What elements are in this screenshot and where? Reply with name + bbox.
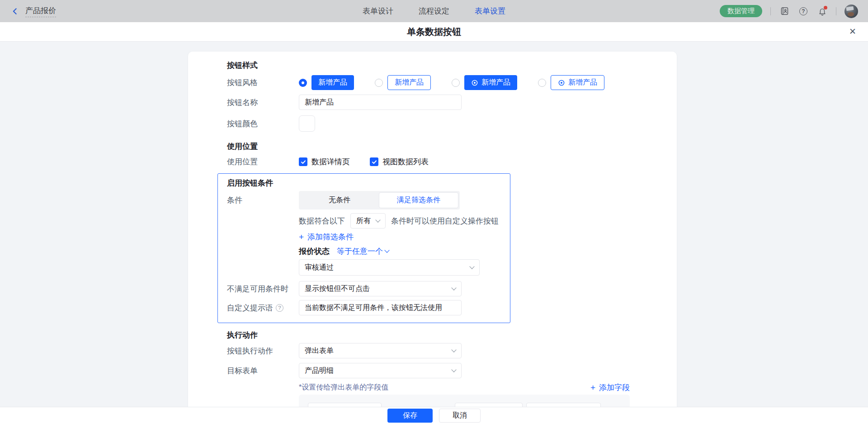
- filter-field-name: 报价状态: [299, 246, 330, 257]
- condition-label: 条件: [227, 195, 299, 205]
- unmet-condition-row: 不满足可用条件时 显示按钮但不可点击: [227, 281, 501, 296]
- checkbox-checked-icon[interactable]: [370, 157, 378, 166]
- cancel-button[interactable]: 取消: [439, 409, 481, 423]
- radio-outline[interactable]: [375, 79, 383, 87]
- section-button-style: 按钮样式: [227, 62, 677, 70]
- match-prefix-text: 数据符合以下: [299, 216, 345, 226]
- help-icon[interactable]: ?: [798, 6, 809, 17]
- topbar-divider: [770, 7, 771, 15]
- target-form-row: 目标表单 产品明细: [227, 363, 677, 378]
- filter-operator-value: 等于任意一个: [337, 246, 383, 257]
- button-style-row: 按钮风格 新增产品 新增产品 新增产品: [227, 75, 677, 90]
- add-field-label: 添加字段: [599, 382, 630, 393]
- match-mode-select[interactable]: 所有: [350, 213, 386, 229]
- usage-option-view-list[interactable]: 视图数据列表: [370, 157, 429, 167]
- usage-option-detail-page[interactable]: 数据详情页: [299, 157, 350, 167]
- preview-button-solid-icon[interactable]: 新增产品: [464, 75, 517, 90]
- preview-button-outline[interactable]: 新增产品: [387, 75, 431, 90]
- style-option-solid-icon: 新增产品: [452, 75, 517, 90]
- match-mode-value: 所有: [356, 216, 371, 226]
- style-option-solid: 新增产品: [299, 75, 354, 90]
- address-book-icon[interactable]: [779, 6, 790, 17]
- filter-value-select[interactable]: 审核通过: [299, 259, 480, 276]
- modal-footer: 保存 取消: [0, 407, 868, 424]
- app-screen: 产品报价 表单设计 流程设定 表单设置 数据管理 ?: [0, 0, 868, 424]
- unmet-behavior-select[interactable]: 显示按钮但不可点击: [299, 281, 462, 296]
- field-note-row: *设置传给弹出表单的字段值 + 添加字段: [299, 383, 630, 392]
- field-note-text: *设置传给弹出表单的字段值: [299, 383, 388, 392]
- plus-icon: +: [590, 384, 595, 391]
- checkbox-label: 数据详情页: [311, 157, 350, 167]
- radio-outline-icon[interactable]: [538, 79, 546, 87]
- topbar-tabs: 表单设计 流程设定 表单设置: [363, 6, 505, 16]
- filter-value-row: 审核通过: [299, 259, 501, 276]
- section-action: 执行动作: [227, 331, 677, 339]
- save-button[interactable]: 保存: [387, 409, 433, 423]
- button-name-label: 按钮名称: [227, 97, 299, 108]
- settings-card: 按钮样式 按钮风格 新增产品 新增产品: [188, 52, 677, 424]
- modal-body: 按钮样式 按钮风格 新增产品 新增产品: [0, 42, 868, 424]
- usage-label: 使用位置: [227, 157, 299, 167]
- target-form-label: 目标表单: [227, 366, 299, 376]
- action-select[interactable]: 弹出表单: [299, 343, 462, 358]
- action-value-text: 弹出表单: [305, 346, 334, 356]
- filter-value-text: 审核通过: [305, 263, 334, 272]
- filter-condition-row: 报价状态 等于任意一个: [299, 247, 501, 256]
- custom-tip-row: 自定义提示语 ? 当前数据不满足可用条件，该按钮无法使用: [227, 300, 501, 315]
- match-rule-row: 数据符合以下 所有 条件时可以使用自定义操作按钮: [299, 213, 501, 229]
- button-color-label: 按钮颜色: [227, 119, 299, 129]
- add-filter-label: 添加筛选条件: [307, 232, 354, 242]
- preview-label: 新增产品: [568, 78, 597, 87]
- action-row: 按钮执行动作 弹出表单: [227, 343, 677, 358]
- form-name-title[interactable]: 产品报价: [25, 5, 56, 17]
- button-name-input[interactable]: 新增产品: [299, 95, 462, 110]
- target-form-select[interactable]: 产品明细: [299, 363, 462, 378]
- button-style-label: 按钮风格: [227, 77, 299, 88]
- radio-solid[interactable]: [299, 79, 307, 87]
- checkbox-checked-icon[interactable]: [299, 157, 307, 166]
- close-icon[interactable]: ✕: [849, 27, 856, 37]
- usage-row: 使用位置 数据详情页 视图数据列表: [227, 157, 677, 167]
- segment-filter-condition[interactable]: 满足筛选条件: [379, 192, 458, 208]
- preview-button-outline-icon[interactable]: 新增产品: [551, 75, 604, 90]
- custom-tip-label-text: 自定义提示语: [227, 303, 273, 313]
- condition-row: 条件 无条件 满足筛选条件: [227, 191, 501, 210]
- custom-tip-label: 自定义提示语 ?: [227, 303, 299, 313]
- add-field-button[interactable]: + 添加字段: [590, 382, 630, 393]
- unmet-label: 不满足可用条件时: [227, 284, 299, 294]
- preview-label: 新增产品: [481, 78, 510, 87]
- question-circle-icon[interactable]: ?: [276, 304, 283, 312]
- color-swatch-frame: [299, 115, 315, 132]
- back-icon[interactable]: [10, 6, 21, 17]
- notification-badge: [824, 6, 827, 10]
- avatar[interactable]: [844, 5, 858, 18]
- notification-bell-icon[interactable]: [817, 6, 828, 17]
- segment-no-condition[interactable]: 无条件: [300, 192, 379, 208]
- custom-tip-input[interactable]: 当前数据不满足可用条件，该按钮无法使用: [299, 300, 462, 315]
- ring-icon: [471, 79, 478, 86]
- enable-condition-box: 启用按钮条件 条件 无条件 满足筛选条件 数据符合以下 所有 条件时可以使用自定…: [217, 173, 510, 323]
- preview-button-solid[interactable]: 新增产品: [311, 75, 354, 90]
- checkbox-label: 视图数据列表: [382, 157, 429, 167]
- tab-form-settings[interactable]: 表单设置: [475, 6, 505, 16]
- radio-solid-icon[interactable]: [452, 79, 460, 87]
- modal-title: 单条数据按钮: [407, 26, 461, 38]
- preview-label: 新增产品: [318, 78, 347, 87]
- style-option-outline: 新增产品: [375, 75, 431, 90]
- section-enable-condition: 启用按钮条件: [227, 179, 501, 187]
- chevron-down-icon: [451, 285, 456, 290]
- data-manage-button[interactable]: 数据管理: [720, 5, 762, 17]
- topbar: 产品报价 表单设计 流程设定 表单设置 数据管理 ?: [0, 0, 868, 22]
- tab-flow-settings[interactable]: 流程设定: [419, 6, 449, 16]
- filter-operator-select[interactable]: 等于任意一个: [337, 246, 389, 257]
- unmet-value-text: 显示按钮但不可点击: [305, 284, 370, 294]
- tab-form-design[interactable]: 表单设计: [363, 6, 393, 16]
- section-usage: 使用位置: [227, 143, 677, 151]
- chevron-down-icon: [384, 248, 389, 252]
- chevron-down-icon: [469, 264, 474, 269]
- style-option-outline-icon: 新增产品: [538, 75, 604, 90]
- condition-segmented-control: 无条件 满足筛选条件: [299, 191, 460, 210]
- add-filter-button[interactable]: + 添加筛选条件: [299, 232, 354, 242]
- chevron-down-icon: [451, 367, 456, 372]
- help-glyph: ?: [802, 8, 805, 14]
